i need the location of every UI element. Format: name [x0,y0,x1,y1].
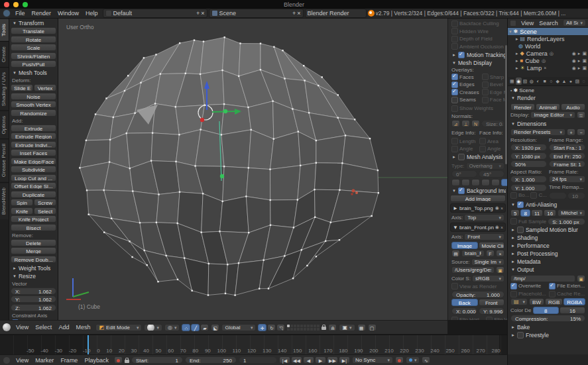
limit-to-visible-icon[interactable]: ⬕ [211,324,219,331]
sampled-motion-blur-panel-header[interactable]: ► Sampled Motion Blur [509,226,587,234]
aa-sample-button[interactable]: 16 [544,209,556,217]
snap-element-selector[interactable]: ▣ ▾ [339,324,355,331]
outliner-row-scene[interactable]: ▾ ✱ Scene [508,28,588,35]
collapsed-panel-header[interactable]: ► Performance [509,242,587,250]
tool-button[interactable]: Make Edge/Face [11,158,56,165]
view-as-render-checkbox[interactable] [451,283,458,289]
analysis-max-field[interactable]: 45° [479,170,504,178]
editor-type-timeline-icon[interactable] [3,356,11,364]
loose-normals-icon[interactable]: ⊥ [461,120,470,127]
color-depth-button[interactable]: 8 [533,307,559,314]
viewport-3d[interactable]: User Ortho (1) Cube [58,19,447,320]
flip-vertical-checkbox[interactable] [486,317,493,321]
expander-icon[interactable]: ▸ [516,66,518,71]
background-images-checkbox[interactable] [458,187,465,194]
toolshelf-tab[interactable]: Blend4Web [0,182,9,219]
tab-physics-icon[interactable]: ◌ [581,78,587,85]
remove-preset-icon[interactable]: − [577,129,585,136]
lock-icon[interactable] [322,327,326,330]
remap-new-field[interactable]: 10 [567,192,585,199]
checkbox[interactable] [482,97,489,103]
tool-button[interactable]: Extrude Region [11,132,56,140]
tab-object-icon[interactable]: ■ [542,78,548,85]
face-select-icon[interactable]: ▰ [200,324,209,331]
aspect-x-field[interactable]: X: 1.000 [510,176,547,183]
render-action-button[interactable]: Animati [536,103,560,111]
vertex-normals-icon[interactable]: ⊿ [451,120,460,127]
tool-button[interactable]: Rotate [11,36,56,43]
mesh-display-panel-header[interactable]: ▼ Mesh Display [450,59,506,67]
tool-button[interactable]: Smooth Vertex [11,101,56,108]
viewport-menu-item[interactable]: View [13,324,32,331]
crop-checkbox[interactable] [530,192,537,199]
background-images-panel-header[interactable]: ▼ Background Images [450,187,506,195]
antialiasing-panel-header[interactable]: ▼ Anti-Aliasing [509,201,587,209]
bg-placement-tab[interactable]: Front [479,299,505,306]
frame-step-field[interactable]: Frame St: 1 [549,160,585,168]
color-mode-button[interactable]: BW [529,298,544,305]
eye-icon[interactable]: ◉ [495,205,499,211]
render-action-button[interactable]: Audio [561,103,585,111]
jump-to-end-icon[interactable]: ▶| [339,356,350,364]
resize-panel-header[interactable]: ▼ Resize [11,272,56,280]
cache-result-checkbox[interactable] [549,291,556,297]
motion-blur-checkbox[interactable] [517,227,524,233]
play-icon[interactable]: ▶ [315,356,326,364]
placeholders-checkbox[interactable] [510,291,517,297]
offset-x-field[interactable]: X: 0.000 [451,307,477,315]
info-checkbox-row[interactable]: Angle [479,146,504,152]
offset-y-field[interactable]: Y: 9.996 [479,307,504,315]
info-menu-item[interactable]: File [12,10,29,17]
aa-filter-selector[interactable]: Mitchell-Net... ▾ [558,209,585,217]
render-panel-header[interactable]: ▼ Render [509,94,587,102]
checkbox[interactable] [451,43,458,50]
checkbox[interactable] [451,89,458,95]
align-view-icon[interactable] [491,179,500,186]
checkbox[interactable] [451,21,458,27]
brain-mesh[interactable] [79,36,379,296]
tab-texture-icon[interactable]: ▨ [574,78,580,85]
tool-button[interactable]: Translate [11,27,56,34]
bg-source-tab[interactable]: Movie Clip [479,242,505,249]
eye-icon[interactable]: ◉ [572,51,576,56]
selectable-icon[interactable]: ▸ [578,58,581,64]
overwrite-checkbox[interactable] [510,283,517,289]
viewport-menu-item[interactable]: Select [32,324,55,331]
knife-button[interactable]: Knife [11,207,33,215]
mesh-analysis-panel-header[interactable]: ► Mesh Analysis [450,153,506,161]
vector-field[interactable]: Y:1.062 [11,295,56,303]
tool-button[interactable]: Randomize [11,109,56,117]
jump-to-start-icon[interactable]: |◀ [279,356,290,364]
color-mode-button[interactable]: RGB [545,298,563,305]
timeline-menu-item[interactable]: Marker [32,357,57,364]
render-presets-selector[interactable]: Render Presets ▾ [510,129,565,136]
overlay-checkbox-row[interactable]: Seams [451,97,479,103]
delete-layout-icon[interactable]: × [201,10,204,17]
aa-sample-button[interactable]: 8 [520,209,530,217]
outliner-row-camera[interactable]: ▸ ◆ Camera ◎ ◉ ▸ ▣ [508,50,588,57]
orientation-selector[interactable]: Global ▾ [221,324,256,331]
bg-image-entry-header[interactable]: ► brain_Top.png ◉ × [450,203,506,213]
overlay-checkbox-row[interactable]: Face Ma... [482,97,507,103]
tab-renderlayers-icon[interactable]: ▧ [522,78,528,85]
tool-button[interactable]: Extrude [11,125,56,132]
expander-icon[interactable]: ▸ [516,58,518,64]
overlay-checkbox-row[interactable]: Faces [451,74,479,80]
tool-button[interactable]: Offset Edge Sl... [11,182,56,189]
color-mode-button[interactable]: RGBA [563,298,585,305]
vertex-slide-button[interactable]: Vertex [34,84,56,91]
editor-type-outliner-icon[interactable] [510,20,516,26]
color-depth-button[interactable]: 16 [559,307,585,314]
timeline[interactable]: -50-40-30-20-100102030405060708090100110… [0,335,507,354]
shading-option-row[interactable]: Ambient Occlusion [451,43,504,50]
source-selector[interactable]: Single Image ▾ [471,258,504,266]
mesh-tools-panel-header[interactable]: ▼ Mesh Tools [11,69,56,77]
expander-icon[interactable]: ▸ [516,36,518,42]
timeline-menu-item[interactable]: Frame [57,357,81,364]
lock-icon[interactable] [125,360,129,363]
align-view-icon[interactable] [461,179,470,186]
vector-field[interactable]: X:1.062 [11,287,56,295]
axis-selector[interactable]: Front ▾ [464,233,504,240]
antialiasing-checkbox[interactable] [517,201,524,208]
tab-constraints-icon[interactable]: ○ [548,78,554,85]
